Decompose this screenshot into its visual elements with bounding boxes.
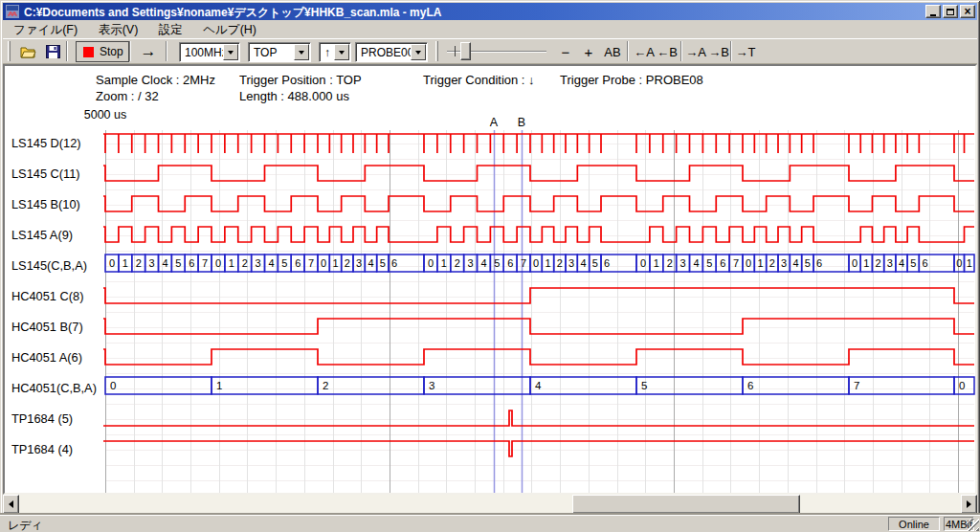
- maximize-button[interactable]: [943, 5, 958, 18]
- svg-text:6: 6: [747, 380, 753, 391]
- goto-cursor-b-button[interactable]: ←B: [656, 42, 679, 61]
- svg-text:6: 6: [816, 257, 822, 269]
- svg-text:1: 1: [229, 257, 234, 269]
- ab-button[interactable]: AB: [600, 42, 625, 61]
- svg-text:5: 5: [592, 257, 598, 269]
- svg-text:1: 1: [757, 257, 763, 269]
- svg-text:B: B: [518, 116, 525, 129]
- svg-text:0: 0: [428, 257, 434, 269]
- app-icon: [6, 5, 19, 18]
- stop-button[interactable]: Stop: [76, 41, 129, 62]
- close-button[interactable]: ×: [960, 5, 975, 18]
- svg-text:0: 0: [746, 257, 751, 269]
- goto-cursor-a-button[interactable]: ←A: [633, 42, 656, 61]
- svg-text:5: 5: [910, 257, 916, 269]
- waveform-panel: Sample Clock : 2MHz Zoom : / 32 Trigger …: [3, 64, 977, 495]
- chevron-down-icon[interactable]: [294, 44, 309, 60]
- svg-text:5: 5: [175, 257, 181, 269]
- svg-text:3: 3: [680, 257, 686, 269]
- menu-settings[interactable]: 設定: [154, 21, 188, 39]
- svg-text:TP1684 (4): TP1684 (4): [11, 442, 73, 456]
- zoom-slider[interactable]: [447, 42, 546, 61]
- horizontal-scrollbar[interactable]: [3, 495, 977, 514]
- svg-text:4: 4: [580, 257, 586, 269]
- svg-text:6: 6: [507, 257, 513, 269]
- svg-text:6: 6: [189, 257, 194, 269]
- svg-text:HC4051 A(6): HC4051 A(6): [11, 350, 82, 365]
- svg-text:5000 us: 5000 us: [84, 108, 126, 122]
- svg-text:2: 2: [136, 257, 142, 269]
- title-bar[interactable]: C:¥Documents and Settings¥noname¥デスクトップ¥…: [3, 3, 977, 20]
- stop-label: Stop: [100, 45, 123, 58]
- svg-text:3: 3: [781, 257, 787, 269]
- menu-view[interactable]: 表示(V): [94, 21, 144, 39]
- save-button[interactable]: [41, 41, 64, 62]
- trigger-position-combo[interactable]: TOP: [248, 42, 311, 62]
- toolbar-separator: [627, 41, 629, 61]
- svg-text:6: 6: [391, 257, 397, 269]
- chevron-down-icon[interactable]: [223, 44, 238, 60]
- toolbar-separator: [129, 41, 131, 61]
- toolbar-separator: [730, 41, 732, 61]
- toolbar-separator: [66, 41, 68, 61]
- svg-text:7: 7: [308, 257, 314, 269]
- minimize-button[interactable]: [925, 5, 941, 18]
- sample-clock-combo[interactable]: 100MHz: [179, 42, 240, 62]
- svg-text:0: 0: [959, 380, 965, 391]
- run-arrow-icon: →: [141, 42, 157, 61]
- scroll-right-button[interactable]: [961, 495, 977, 514]
- maximize-icon: [947, 9, 954, 15]
- zoom-out-button[interactable]: −: [556, 42, 575, 61]
- svg-text:TP1684 (5): TP1684 (5): [11, 411, 73, 426]
- goto-trigger-button[interactable]: →T: [734, 42, 757, 61]
- svg-text:4: 4: [480, 257, 486, 269]
- svg-text:3: 3: [468, 257, 474, 269]
- resize-grip[interactable]: [967, 519, 979, 531]
- waveform-display[interactable]: 5000 usABLS145 D(12)LS145 C(11)LS145 B(1…: [5, 66, 975, 493]
- svg-text:4: 4: [368, 257, 373, 269]
- toolbar-grip[interactable]: [435, 41, 438, 61]
- zoom-in-button[interactable]: +: [579, 42, 598, 61]
- svg-text:HC4051 B(7): HC4051 B(7): [11, 320, 83, 334]
- svg-text:3: 3: [149, 257, 155, 269]
- status-bar: レディ Online 4MBit: [0, 515, 980, 532]
- svg-text:0: 0: [956, 257, 962, 269]
- svg-text:LS145(C,B,A): LS145(C,B,A): [11, 258, 87, 273]
- svg-text:1: 1: [441, 257, 447, 269]
- svg-text:LS145 C(11): LS145 C(11): [11, 166, 80, 181]
- toolbar-grip[interactable]: [8, 41, 11, 61]
- svg-text:0: 0: [640, 257, 646, 269]
- menu-file[interactable]: ファイル(F): [9, 21, 82, 39]
- svg-text:A: A: [490, 116, 499, 129]
- svg-text:3: 3: [356, 257, 362, 269]
- trigger-probe-combo[interactable]: PROBE00: [355, 42, 428, 62]
- svg-text:2: 2: [345, 257, 350, 269]
- minimize-icon: [930, 14, 936, 16]
- open-button[interactable]: [16, 41, 39, 62]
- toolbar: Stop → 100MHz TOP ↑ PROBE00 − + AB: [3, 38, 977, 64]
- window-controls: ×: [924, 5, 975, 18]
- svg-text:4: 4: [535, 380, 542, 391]
- set-cursor-a-button[interactable]: →A: [684, 42, 707, 61]
- svg-text:4: 4: [268, 257, 274, 269]
- zoom-slider-thumb[interactable]: [460, 42, 471, 60]
- trigger-edge-combo[interactable]: ↑: [319, 42, 351, 62]
- close-icon: ×: [964, 6, 970, 17]
- svg-text:7: 7: [854, 380, 859, 391]
- chevron-down-icon[interactable]: [334, 44, 349, 60]
- chevron-down-icon[interactable]: [411, 44, 426, 60]
- svg-text:LS145 D(12): LS145 D(12): [11, 136, 81, 150]
- run-button[interactable]: →: [135, 41, 162, 62]
- set-cursor-b-button[interactable]: →B: [707, 42, 730, 61]
- svg-text:5: 5: [706, 257, 712, 269]
- open-folder-icon: [20, 45, 36, 58]
- svg-text:2: 2: [242, 257, 248, 269]
- menu-help[interactable]: ヘルプ(H): [198, 21, 261, 39]
- svg-text:HC4051 C(8): HC4051 C(8): [11, 289, 83, 303]
- scroll-left-icon: [9, 500, 13, 508]
- svg-text:2: 2: [667, 257, 673, 269]
- scrollbar-thumb[interactable]: [572, 495, 800, 514]
- scroll-left-button[interactable]: [3, 495, 19, 514]
- svg-text:7: 7: [202, 257, 208, 269]
- svg-text:6: 6: [604, 257, 610, 269]
